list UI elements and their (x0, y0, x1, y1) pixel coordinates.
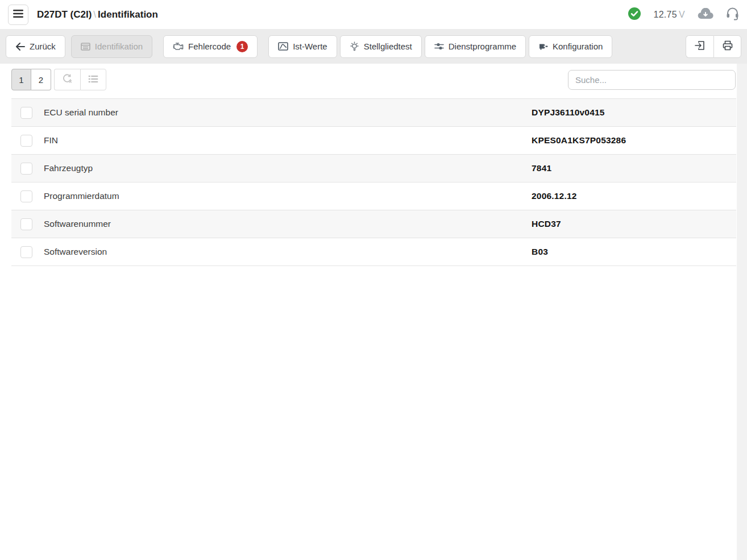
table-row[interactable]: Programmierdatum 2006.12.12 (11, 182, 736, 210)
row-checkbox[interactable] (20, 246, 32, 258)
identification-table: ECU serial number DYPJ36110v0415 FIN KPE… (11, 98, 736, 266)
tab-ist-werte[interactable]: Ist-Werte (268, 35, 337, 58)
tab-label: Stellgliedtest (364, 42, 412, 51)
printer-icon (723, 40, 733, 52)
tab-stellgliedtest[interactable]: Stellgliedtest (340, 35, 422, 58)
back-button-label: Zurück (30, 42, 56, 51)
table-row[interactable]: Fahrzeugtyp 7841 (11, 155, 736, 182)
voltage-unit: V (679, 10, 685, 19)
tab-label: Identifikation (95, 42, 143, 51)
tab-dienstprogramme[interactable]: Dienstprogramme (425, 35, 526, 58)
row-label: Softwarenummer (44, 219, 111, 229)
list-controls-bar: 1 2 (0, 64, 747, 96)
back-button[interactable]: Zurück (6, 35, 65, 58)
sliders-icon (434, 42, 444, 51)
tab-label: Dienstprogramme (449, 42, 516, 51)
refresh-x-icon (62, 74, 73, 85)
list-view-button[interactable] (80, 69, 106, 90)
row-value: 7841 (532, 163, 551, 173)
table-row[interactable]: FIN KPES0A1KS7P053286 (11, 127, 736, 155)
function-toolbar: Zurück Identifikation Fehlercode 1 Is (0, 29, 747, 64)
export-icon (695, 40, 705, 52)
hamburger-icon (13, 10, 23, 20)
chart-icon (278, 42, 288, 51)
row-label: Programmierdatum (44, 191, 119, 201)
row-label: Fahrzeugtyp (44, 163, 93, 173)
refresh-clear-button[interactable] (54, 69, 80, 90)
tab-identifikation: Identifikation (71, 35, 152, 58)
toolbar-right-group (686, 35, 741, 58)
row-checkbox[interactable] (20, 107, 32, 119)
breadcrumb-device: D27DT (C2I) (37, 9, 92, 20)
row-value: DYPJ36110v0415 (532, 107, 605, 118)
top-bar: D27DT (C2I)\Identifikation 12.75V (0, 0, 747, 29)
arrow-left-icon (15, 43, 25, 51)
row-checkbox[interactable] (20, 163, 32, 175)
row-checkbox[interactable] (20, 135, 32, 147)
row-value: HCD37 (532, 219, 561, 229)
table-row[interactable]: Softwareversion B03 (11, 238, 736, 266)
tab-label: Ist-Werte (293, 42, 327, 51)
row-label: FIN (44, 135, 58, 146)
row-checkbox[interactable] (20, 218, 32, 230)
page-button-2[interactable]: 2 (31, 69, 51, 90)
breadcrumb-page: Identifikation (98, 9, 158, 20)
connection-status-icon (628, 7, 641, 22)
cloud-download-icon[interactable] (698, 8, 713, 22)
page-button-1[interactable]: 1 (11, 69, 31, 90)
plug-icon (538, 42, 548, 51)
print-button[interactable] (713, 35, 741, 58)
search-input[interactable] (568, 70, 736, 90)
tab-label: Fehlercode (188, 42, 231, 51)
row-value: 2006.12.12 (532, 191, 577, 201)
row-label: ECU serial number (44, 107, 118, 118)
table-row[interactable]: Softwarenummer HCD37 (11, 210, 736, 238)
breadcrumb-separator: \ (92, 9, 98, 20)
bulb-icon (350, 42, 359, 51)
engine-icon (173, 42, 184, 51)
table-row[interactable]: ECU serial number DYPJ36110v0415 (11, 99, 736, 127)
scrollbar-track[interactable] (737, 64, 747, 560)
headset-icon[interactable] (726, 7, 739, 23)
row-value: B03 (532, 247, 548, 257)
tab-label: Konfiguration (553, 42, 603, 51)
export-report-button[interactable] (686, 35, 713, 58)
tab-konfiguration[interactable]: Konfiguration (529, 35, 612, 58)
battery-voltage: 12.75V (653, 10, 685, 20)
hamburger-menu-button[interactable] (8, 5, 28, 25)
pagination: 1 2 (11, 69, 51, 90)
voltage-value: 12.75 (653, 10, 677, 19)
breadcrumb: D27DT (C2I)\Identifikation (37, 9, 158, 20)
table-icon (81, 43, 90, 51)
tab-fehlercode[interactable]: Fehlercode 1 (163, 35, 258, 58)
list-action-group (54, 69, 106, 90)
list-icon (88, 75, 98, 85)
row-label: Softwareversion (44, 247, 107, 257)
fault-count-badge: 1 (236, 41, 248, 52)
row-value: KPES0A1KS7P053286 (532, 135, 626, 146)
row-checkbox[interactable] (20, 190, 32, 202)
